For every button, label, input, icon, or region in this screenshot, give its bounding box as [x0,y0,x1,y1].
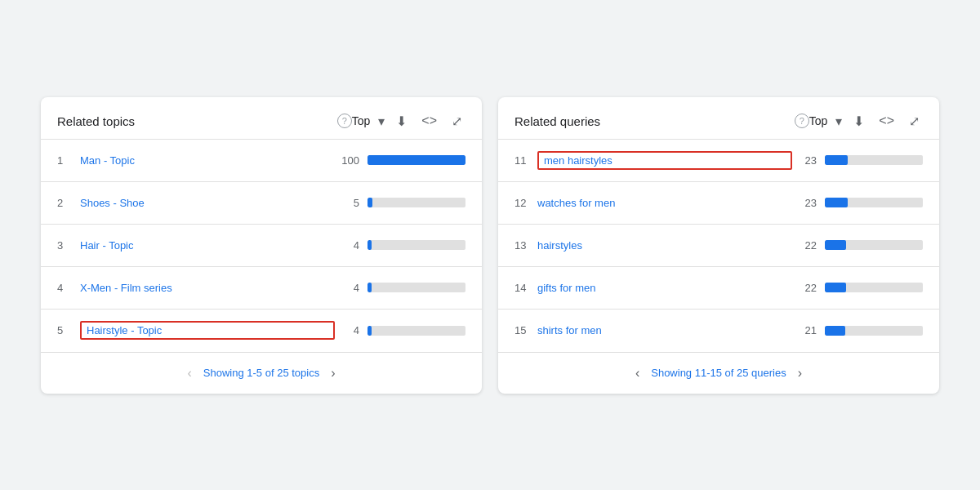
table-row: 3Hair - Topic4 [41,225,482,267]
dropdown-arrow-right[interactable]: ▾ [835,114,842,129]
top-label-left: Top [352,114,371,127]
row-label[interactable]: Man - Topic [80,154,335,167]
table-row: 5Hairstyle - Topic4 [41,310,482,352]
row-number: 14 [514,282,531,294]
table-row: 15shirts for men21 [498,310,939,352]
row-number: 11 [514,154,531,167]
bar-container [368,198,466,207]
row-label[interactable]: X-Men - Film series [80,282,335,294]
download-icon-right[interactable]: ⬇ [850,112,867,131]
card-header-right: Related queries ? Top ▾ ⬇ <> ⤢ [498,97,939,140]
bar-container [825,198,923,207]
row-value: 22 [792,239,817,252]
row-label[interactable]: Hairstyle - Topic [80,321,335,340]
row-number: 12 [514,197,531,209]
bar-fill [825,326,845,336]
bar-container [825,240,923,250]
next-arrow-left[interactable]: › [326,364,340,382]
bar-container [368,155,466,165]
table-row: 12watches for men23 [498,182,939,225]
table-row: 14gifts for men22 [498,267,939,310]
table-row: 4X-Men - Film series4 [41,267,482,310]
row-value: 23 [792,154,817,167]
row-number: 2 [57,197,74,209]
footer-text-left: Showing 1-5 of 25 topics [203,367,319,379]
bar-fill [825,155,848,165]
row-value: 100 [335,154,359,167]
bar-container [368,326,466,336]
bar-container [825,326,923,336]
help-icon-right[interactable]: ? [795,114,809,128]
card-footer-left: ‹ Showing 1-5 of 25 topics › [41,352,482,394]
row-value: 4 [335,282,359,294]
bar-fill [368,240,372,250]
code-icon-right[interactable]: <> [875,112,898,130]
row-number: 5 [57,324,74,336]
bar-fill [368,155,466,165]
next-arrow-right[interactable]: › [793,364,807,382]
related-queries-card: Related queries ? Top ▾ ⬇ <> ⤢ 11men hai… [498,97,939,394]
bar-fill [368,326,372,336]
related-queries-title: Related queries [514,114,790,128]
dropdown-arrow-left[interactable]: ▾ [378,114,385,129]
share-icon-right[interactable]: ⤢ [906,112,923,131]
row-label[interactable]: gifts for men [537,282,792,294]
table-row: 1Man - Topic100 [41,140,482,182]
table-row: 2Shoes - Shoe5 [41,182,482,225]
row-number: 4 [57,282,74,294]
related-queries-list: 11men hairstyles2312watches for men2313h… [498,140,939,352]
share-icon-left[interactable]: ⤢ [448,112,466,131]
row-label[interactable]: men hairstyles [537,151,792,170]
row-number: 3 [57,239,74,252]
download-icon-left[interactable]: ⬇ [393,112,410,131]
row-number: 13 [514,239,531,252]
bar-container [368,240,466,250]
top-label-right: Top [809,114,828,127]
bar-fill [825,198,848,207]
bar-fill [825,240,846,250]
row-label[interactable]: shirts for men [537,324,792,336]
row-label[interactable]: Shoes - Shoe [80,197,335,209]
row-value: 4 [335,239,359,252]
code-icon-left[interactable]: <> [418,112,440,130]
row-value: 21 [792,324,817,336]
bar-fill [368,198,372,207]
row-label[interactable]: Hair - Topic [80,239,335,252]
row-value: 23 [792,197,817,209]
row-value: 22 [792,282,817,294]
related-topics-title: Related topics [57,114,332,128]
bar-fill [368,283,372,292]
card-footer-right: ‹ Showing 11-15 of 25 queries › [498,352,939,394]
card-header-left: Related topics ? Top ▾ ⬇ <> ⤢ [41,97,482,140]
bar-fill [825,283,846,292]
related-topics-card: Related topics ? Top ▾ ⬇ <> ⤢ 1Man - Top… [41,97,482,394]
footer-text-right: Showing 11-15 of 25 queries [651,367,786,379]
table-row: 13hairstyles22 [498,225,939,267]
bar-container [825,155,923,165]
row-label[interactable]: watches for men [537,197,792,209]
bar-container [368,283,466,292]
header-controls-left: Top ▾ ⬇ <> ⤢ [352,112,466,131]
row-number: 15 [514,324,531,336]
prev-arrow-left[interactable]: ‹ [182,364,196,382]
page-wrapper: Related topics ? Top ▾ ⬇ <> ⤢ 1Man - Top… [16,73,964,418]
related-topics-list: 1Man - Topic1002Shoes - Shoe53Hair - Top… [41,140,482,352]
prev-arrow-right[interactable]: ‹ [630,364,644,382]
row-value: 4 [335,324,359,336]
header-controls-right: Top ▾ ⬇ <> ⤢ [809,112,923,131]
bar-container [825,283,923,292]
help-icon-left[interactable]: ? [337,114,352,128]
row-label[interactable]: hairstyles [537,239,792,252]
row-number: 1 [57,154,74,167]
row-value: 5 [335,197,359,209]
table-row: 11men hairstyles23 [498,140,939,182]
